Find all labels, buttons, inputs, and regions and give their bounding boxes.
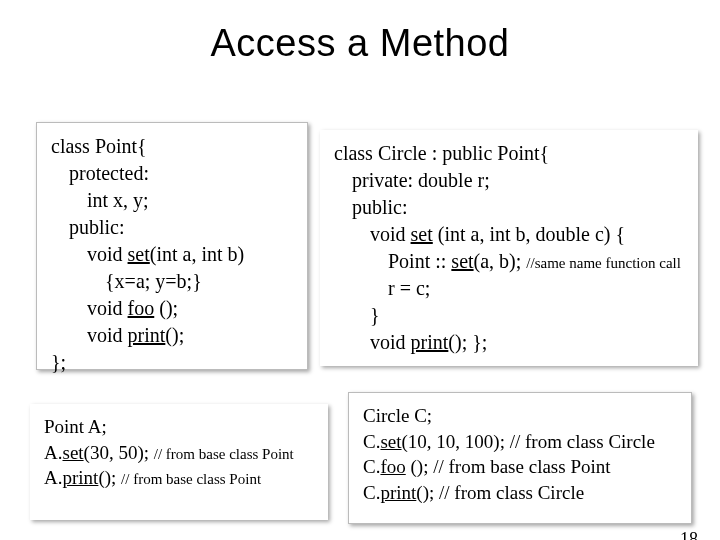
code-line: C.set(10, 10, 100); // from class Circle xyxy=(363,429,677,455)
code-line: C.foo (); // from base class Point xyxy=(363,454,677,480)
code-line: Point A; xyxy=(44,414,314,440)
code-text: C. xyxy=(363,456,380,477)
code-box-usage-c: Circle C; C.set(10, 10, 100); // from cl… xyxy=(348,392,692,524)
code-line: class Circle : public Point{ xyxy=(334,140,684,167)
code-line: C.print(); // from class Circle xyxy=(363,480,677,506)
code-text: (); // from base class Point xyxy=(406,456,611,477)
code-text: A. xyxy=(44,442,62,463)
code-comment: //same name function call xyxy=(526,255,681,271)
code-text: (a, b); xyxy=(474,250,527,272)
code-line: public: xyxy=(69,214,293,241)
code-text: (10, 10, 100); // from class Circle xyxy=(402,431,655,452)
code-line: A.print(); // from base class Point xyxy=(44,465,314,491)
code-line: r = c; xyxy=(388,275,684,302)
code-text: (30, 50); xyxy=(84,442,154,463)
slide-title: Access a Method xyxy=(0,22,720,65)
code-text: (); xyxy=(154,297,178,319)
slide: Access a Method class Point{ protected: … xyxy=(0,22,720,540)
code-text: print xyxy=(380,482,416,503)
code-text: set xyxy=(380,431,401,452)
code-line: void print(); xyxy=(87,322,293,349)
code-line: public: xyxy=(352,194,684,221)
code-comment: // from base class Point xyxy=(154,446,294,462)
code-line: }; xyxy=(51,349,293,376)
code-text: (); xyxy=(98,467,121,488)
code-line: Circle C; xyxy=(363,403,677,429)
code-text: void xyxy=(370,331,411,353)
code-line: void set (int a, int b, double c) { xyxy=(370,221,684,248)
code-text: (); }; xyxy=(448,331,487,353)
code-text: void xyxy=(87,243,128,265)
code-line: private: double r; xyxy=(352,167,684,194)
code-line: {x=a; y=b;} xyxy=(105,268,293,295)
code-text: (int a, int b) xyxy=(150,243,244,265)
code-text: C. xyxy=(363,482,380,503)
code-text: foo xyxy=(128,297,155,319)
code-text: Point :: xyxy=(388,250,451,272)
code-text: set xyxy=(62,442,83,463)
code-text: void xyxy=(370,223,411,245)
code-line: int x, y; xyxy=(87,187,293,214)
code-box-circle: class Circle : public Point{ private: do… xyxy=(320,130,698,366)
code-line: Point :: set(a, b); //same name function… xyxy=(388,248,684,275)
code-text: set xyxy=(451,250,473,272)
code-text: print xyxy=(411,331,449,353)
code-text: (int a, int b, double c) { xyxy=(433,223,625,245)
code-line: } xyxy=(370,302,684,329)
code-box-point: class Point{ protected: int x, y; public… xyxy=(36,122,308,370)
code-comment: // from base class Point xyxy=(121,471,261,487)
code-text: void xyxy=(87,324,128,346)
code-line: class Point{ xyxy=(51,133,293,160)
code-text: (); // from class Circle xyxy=(416,482,584,503)
code-line: A.set(30, 50); // from base class Point xyxy=(44,440,314,466)
code-text: set xyxy=(411,223,433,245)
code-text: foo xyxy=(380,456,405,477)
code-line: void set(int a, int b) xyxy=(87,241,293,268)
code-text: print xyxy=(62,467,98,488)
code-box-usage-a: Point A; A.set(30, 50); // from base cla… xyxy=(30,404,328,520)
code-line: void foo (); xyxy=(87,295,293,322)
code-line: protected: xyxy=(69,160,293,187)
code-text: print xyxy=(128,324,166,346)
page-number: 18 xyxy=(680,529,698,540)
code-text: (); xyxy=(165,324,184,346)
code-text: C. xyxy=(363,431,380,452)
code-line: void print(); }; xyxy=(370,329,684,356)
code-text: A. xyxy=(44,467,62,488)
code-text: set xyxy=(128,243,150,265)
code-text: void xyxy=(87,297,128,319)
